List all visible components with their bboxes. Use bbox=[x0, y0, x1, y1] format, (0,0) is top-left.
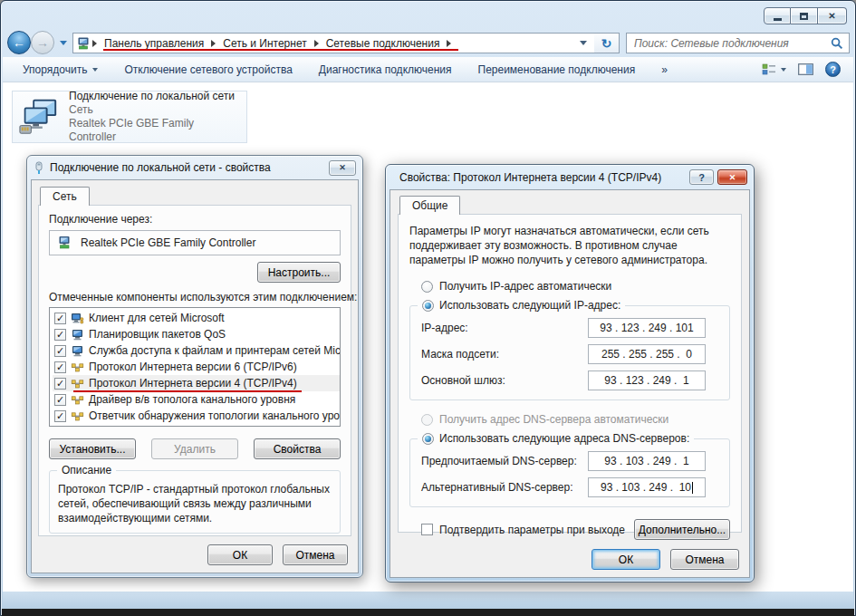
breadcrumb-item-network-internet[interactable]: Сеть и Интернет bbox=[216, 37, 313, 50]
close-button[interactable]: ✕ bbox=[818, 7, 847, 24]
disable-device-command[interactable]: Отключение сетевого устройства bbox=[124, 63, 292, 76]
preferred-dns-input[interactable]: 93 . 103 . 249 . 1 bbox=[588, 451, 706, 471]
cancel-button[interactable]: Отмена bbox=[670, 549, 739, 570]
gateway-input[interactable]: 93 . 123 . 249 . 1 bbox=[588, 371, 706, 390]
components-caption: Отмеченные компоненты используются этим … bbox=[49, 291, 341, 303]
checkbox-checked-icon[interactable]: ✓ bbox=[54, 313, 66, 324]
location-icon bbox=[77, 36, 91, 51]
computer-icon bbox=[71, 329, 84, 341]
static-dns-radio-row[interactable]: Использовать следующие адреса DNS-сервер… bbox=[418, 432, 694, 445]
radio-checked-icon[interactable] bbox=[422, 300, 434, 312]
recent-pages-dropdown-icon[interactable] bbox=[60, 41, 67, 45]
dialog-titlebar[interactable]: Свойства: Протокол Интернета версии 4 (T… bbox=[390, 165, 750, 189]
ip-address-input[interactable]: 93 . 123 . 249 . 101 bbox=[588, 318, 706, 338]
dialog-titlebar[interactable]: Подключение по локальной сети - свойства… bbox=[31, 156, 359, 179]
protocol-icon bbox=[71, 378, 84, 390]
dialog-title: Свойства: Протокол Интернета версии 4 (T… bbox=[399, 171, 689, 184]
protocol-icon bbox=[71, 361, 84, 373]
radio-disabled-icon[interactable] bbox=[421, 414, 433, 426]
description-groupbox: Описание Протокол TCP/IP - стандартный п… bbox=[49, 470, 341, 534]
organize-menu[interactable]: Упорядочить bbox=[23, 63, 98, 76]
breadcrumb-item-control-panel[interactable]: Панель управления bbox=[98, 37, 210, 50]
tab-network[interactable]: Сеть bbox=[40, 187, 90, 206]
change-view-button[interactable] bbox=[762, 63, 786, 75]
component-row[interactable]: ✓ Клиент для сетей Microsoft bbox=[53, 310, 340, 326]
minimize-button[interactable] bbox=[764, 7, 791, 24]
checkbox-checked-icon[interactable]: ✓ bbox=[54, 394, 66, 406]
checkbox-checked-icon[interactable]: ✓ bbox=[54, 410, 66, 422]
component-row-tcpipv4[interactable]: ✓ Протокол Интернета версии 4 (TCP/IPv4) bbox=[53, 375, 340, 391]
component-row[interactable]: ✓ Ответчик обнаружения топологии канальн… bbox=[53, 408, 340, 424]
advanced-button[interactable]: Дополнительно... bbox=[634, 519, 730, 540]
search-icon[interactable] bbox=[831, 37, 843, 50]
adapter-display: Realtek PCIe GBE Family Controller bbox=[49, 230, 341, 255]
components-listbox[interactable]: ✓ Клиент для сетей Microsoft ✓ Планировщ… bbox=[49, 307, 341, 427]
close-icon: ✕ bbox=[828, 12, 835, 21]
maximize-icon bbox=[800, 13, 808, 20]
protocol-icon bbox=[71, 410, 84, 422]
refresh-button[interactable]: ↻ bbox=[594, 33, 620, 53]
lan-connection-icon bbox=[18, 97, 60, 137]
install-button[interactable]: Установить... bbox=[49, 438, 136, 459]
component-row[interactable]: ✓ Планировщик пакетов QoS bbox=[53, 326, 340, 342]
ok-button[interactable]: ОК bbox=[207, 544, 273, 565]
toolbar-overflow-chevron[interactable]: » bbox=[661, 63, 668, 76]
checkbox-checked-icon[interactable]: ✓ bbox=[54, 378, 66, 390]
uninstall-button[interactable]: Удалить bbox=[151, 438, 238, 459]
diagnose-command[interactable]: Диагностика подключения bbox=[319, 63, 452, 76]
minimize-icon bbox=[774, 18, 782, 21]
static-ip-radio-row[interactable]: Использовать следующий IP-адрес: bbox=[418, 299, 625, 312]
breadcrumb-separator-icon bbox=[447, 40, 451, 47]
subnet-mask-label: Маска подсети: bbox=[421, 348, 588, 361]
ok-button[interactable]: ОК bbox=[592, 549, 660, 570]
preview-pane-button[interactable] bbox=[798, 63, 813, 75]
checkbox-checked-icon[interactable]: ✓ bbox=[54, 345, 66, 357]
dialog-body: Общие Параметры IP могут назначаться авт… bbox=[390, 189, 750, 578]
address-dropdown-icon[interactable] bbox=[580, 41, 587, 45]
address-bar[interactable]: Панель управления Сеть и Интернет Сетевы… bbox=[72, 33, 595, 53]
window-bottom-frame bbox=[3, 592, 853, 609]
connection-network: Сеть bbox=[69, 103, 241, 117]
checkbox-checked-icon[interactable]: ✓ bbox=[54, 329, 66, 341]
maximize-button[interactable] bbox=[791, 7, 818, 24]
configure-button[interactable]: Настроить... bbox=[257, 262, 341, 283]
component-properties-button[interactable]: Свойства bbox=[254, 438, 341, 459]
help-icon[interactable]: ? bbox=[825, 62, 841, 77]
forward-button[interactable]: → bbox=[31, 31, 54, 54]
window-controls: ✕ bbox=[764, 7, 847, 24]
component-row[interactable]: ✓ Протокол Интернета версии 6 (TCP/IPv6) bbox=[53, 359, 340, 375]
back-button[interactable]: ← bbox=[7, 31, 31, 54]
static-dns-groupbox: Использовать следующие адреса DNS-сервер… bbox=[409, 438, 730, 507]
search-input[interactable] bbox=[632, 36, 831, 51]
auto-dns-radio-row[interactable]: Получить адрес DNS-сервера автоматически bbox=[409, 413, 730, 426]
breadcrumb-separator-icon bbox=[92, 40, 97, 47]
component-label: Планировщик пакетов QoS bbox=[89, 328, 226, 341]
network-client-icon bbox=[71, 313, 84, 324]
component-label: Драйвер в/в тополога канального уровня bbox=[89, 393, 295, 406]
protocol-icon bbox=[71, 394, 84, 406]
static-ip-radio-label: Использовать следующий IP-адрес: bbox=[439, 299, 620, 312]
view-icon bbox=[762, 63, 776, 75]
cancel-button[interactable]: Отмена bbox=[283, 544, 348, 565]
component-row[interactable]: ✓ Драйвер в/в тополога канального уровня bbox=[53, 391, 340, 408]
subnet-mask-input[interactable]: 255 . 255 . 255 . 0 bbox=[588, 344, 706, 364]
dialog-close-button[interactable]: ✕ bbox=[329, 160, 356, 176]
checkbox-unchecked-icon[interactable] bbox=[421, 524, 433, 535]
component-row[interactable]: ✓ Служба доступа к файлам и принтерам се… bbox=[53, 342, 340, 359]
breadcrumb-item-network-connections[interactable]: Сетевые подключения bbox=[320, 37, 447, 50]
dialog-help-button[interactable]: ? bbox=[689, 169, 714, 185]
text-cursor bbox=[692, 482, 693, 494]
radio-checked-icon[interactable] bbox=[422, 433, 434, 445]
dialog-close-button[interactable]: ✕ bbox=[717, 169, 747, 185]
window-bottom-edge bbox=[2, 609, 854, 616]
connection-adapter: Realtek PCIe GBE Family Controller bbox=[69, 117, 241, 144]
general-tab-panel: Параметры IP могут назначаться автоматич… bbox=[398, 214, 742, 533]
auto-ip-radio-row[interactable]: Получить IP-адрес автоматически bbox=[409, 280, 730, 293]
tab-general[interactable]: Общие bbox=[399, 196, 460, 215]
rename-command[interactable]: Переименование подключения bbox=[478, 63, 636, 76]
checkbox-checked-icon[interactable]: ✓ bbox=[54, 361, 66, 373]
connection-list-item[interactable]: Подключение по локальной сети Сеть Realt… bbox=[12, 91, 247, 143]
chevron-down-icon bbox=[92, 68, 98, 72]
alternate-dns-input[interactable]: 93 . 103 . 249 . 10 bbox=[588, 477, 706, 497]
radio-unchecked-icon[interactable] bbox=[421, 281, 433, 293]
